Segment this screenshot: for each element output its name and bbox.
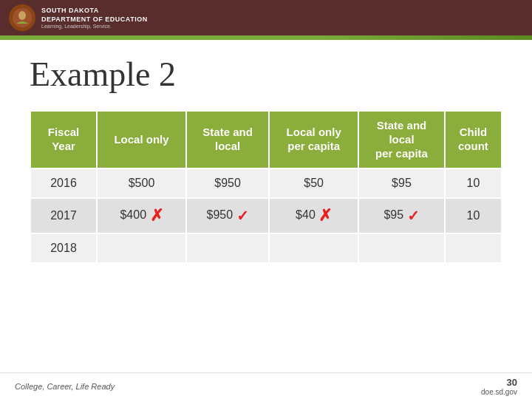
cell-state-local-per-capita: $95: [358, 168, 445, 198]
cell-child-count: 10: [445, 198, 502, 233]
table-row: 2016$500$950$50$9510: [30, 168, 502, 198]
logo-icon: [9, 4, 35, 31]
cell-year: 2017: [30, 198, 97, 233]
col-header-fiscal-year: FiscalYear: [30, 111, 97, 168]
cell-local-only: [97, 233, 186, 263]
x-mark-icon: ✗: [318, 206, 332, 225]
cell-child-count: [445, 233, 502, 263]
svg-point-1: [18, 11, 26, 20]
cell-state-local: $950 ✓: [186, 198, 269, 233]
x-mark-icon: ✗: [150, 206, 163, 225]
cell-local-only-per-capita: $40 ✗: [269, 198, 358, 233]
col-header-state-local-per-capita: State andlocalper capita: [358, 111, 445, 168]
logo-tagline: Learning, Leadership, Service.: [41, 24, 148, 29]
cell-local-only-per-capita: [269, 233, 358, 263]
page-number: 30: [507, 377, 517, 388]
main-content: Example 2 FiscalYear Local only State an…: [0, 40, 532, 271]
table-row: 2017$400 ✗$950 ✓$40 ✗$95 ✓10: [30, 198, 502, 233]
header-bar: SOUTH DAKOTA DEPARTMENT OF EDUCATION Lea…: [0, 0, 532, 35]
col-header-local-only-per-capita: Local onlyper capita: [269, 111, 358, 168]
cell-state-local: $950: [186, 168, 269, 198]
cell-state-local-per-capita: $95 ✓: [358, 198, 445, 233]
logo-area: SOUTH DAKOTA DEPARTMENT OF EDUCATION Lea…: [9, 4, 148, 31]
cell-state-local-per-capita: [358, 233, 445, 263]
footer-website: doe.sd.gov: [481, 388, 517, 396]
footer: College, Career, Life Ready 30 doe.sd.go…: [0, 372, 532, 399]
check-mark-icon: ✓: [407, 208, 420, 224]
footer-tagline: College, Career, Life Ready: [15, 382, 115, 391]
col-header-local-only: Local only: [97, 111, 186, 168]
cell-year: 2018: [30, 233, 97, 263]
logo-line2: DEPARTMENT OF EDUCATION: [41, 16, 148, 24]
cell-child-count: 10: [445, 168, 502, 198]
col-header-state-and-local: State andlocal: [186, 111, 269, 168]
table-header-row: FiscalYear Local only State andlocal Loc…: [30, 111, 502, 168]
col-header-child-count: Childcount: [445, 111, 502, 168]
data-table: FiscalYear Local only State andlocal Loc…: [30, 110, 502, 264]
page-title: Example 2: [30, 55, 502, 94]
logo-line1: SOUTH DAKOTA: [41, 7, 148, 16]
table-row: 2018: [30, 233, 502, 263]
cell-local-only: $500: [97, 168, 186, 198]
footer-right: 30 doe.sd.gov: [481, 377, 517, 396]
check-mark-icon: ✓: [236, 208, 249, 224]
cell-local-only: $400 ✗: [97, 198, 186, 233]
logo-text-block: SOUTH DAKOTA DEPARTMENT OF EDUCATION Lea…: [41, 7, 148, 29]
cell-state-local: [186, 233, 269, 263]
cell-year: 2016: [30, 168, 97, 198]
cell-local-only-per-capita: $50: [269, 168, 358, 198]
